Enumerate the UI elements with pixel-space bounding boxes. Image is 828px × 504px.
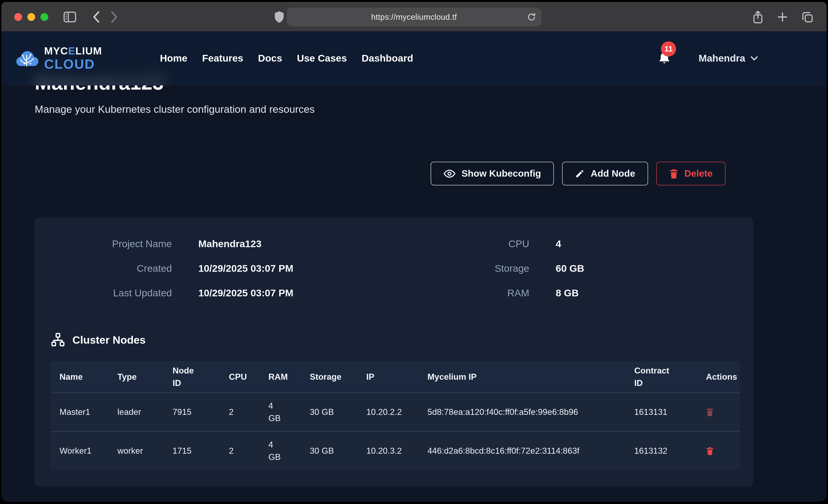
chevron-right-icon [111, 11, 118, 23]
cluster-info-grid: Project Name Mahendra123 CPU 4 Created 1… [51, 238, 737, 299]
col-storage: Storage [301, 361, 358, 393]
notifications-button[interactable]: 11 [658, 51, 671, 65]
cell-storage: 30 GB [301, 431, 358, 470]
user-name: Mahendra [699, 53, 745, 64]
chevron-down-icon [750, 56, 758, 61]
nav-docs[interactable]: Docs [258, 53, 282, 64]
add-node-button[interactable]: Add Node [562, 162, 648, 185]
cluster-actions: Show Kubeconfig Add Node [35, 162, 726, 185]
cell-cpu: 2 [220, 393, 260, 431]
ram-value: 8 GB [556, 287, 737, 299]
last-updated-label: Last Updated [51, 287, 172, 299]
cluster-nodes-title: Cluster Nodes [72, 334, 146, 346]
nav-dashboard[interactable]: Dashboard [362, 53, 413, 64]
created-value: 10/29/2025 03:07 PM [198, 263, 420, 274]
project-name-label: Project Name [51, 238, 172, 249]
cpu-value: 4 [556, 238, 737, 249]
last-updated-value: 10/29/2025 03:07 PM [198, 287, 420, 299]
browser-window: https://myceliumcloud.tf [1, 2, 827, 502]
created-label: Created [51, 263, 172, 274]
cell-storage: 30 GB [301, 393, 358, 431]
chrome-right-controls [752, 10, 813, 24]
col-type: Type [109, 361, 164, 393]
shield-icon [274, 10, 285, 24]
reload-icon [527, 12, 536, 22]
cell-actions [697, 431, 740, 470]
privacy-shield-button[interactable] [274, 10, 285, 24]
zoom-window-button[interactable] [40, 13, 48, 21]
sidebar-icon [64, 11, 76, 23]
tab-overview-button[interactable] [801, 11, 813, 23]
cell-cpu: 2 [220, 431, 260, 470]
cell-type: leader [109, 393, 164, 431]
chevron-left-icon [92, 11, 100, 23]
col-name: Name [51, 361, 109, 393]
cell-ram: 4 GB [260, 393, 301, 431]
storage-label: Storage [447, 263, 529, 274]
show-kubeconfig-label: Show Kubeconfig [461, 168, 541, 179]
mycelium-cloud-logo-icon [15, 46, 40, 71]
cell-ip: 10.20.3.2 [358, 431, 419, 470]
cell-mycelium-ip: 446:d2a6:8bcd:8c16:ff0f:72e2:3114:863f [419, 431, 626, 470]
cell-mycelium-ip: 5d8:78ea:a120:f40c:ff0f:a5fe:99e6:8b96 [419, 393, 626, 431]
site-logo[interactable]: MYCELIUM CLOUD [15, 46, 102, 71]
delete-cluster-button[interactable]: Delete [656, 162, 726, 185]
cell-name: Master1 [51, 393, 109, 431]
network-nodes-icon [51, 333, 65, 347]
nav-home[interactable]: Home [160, 53, 187, 64]
delete-label: Delete [685, 168, 713, 179]
reload-button[interactable] [527, 12, 536, 22]
col-mycelium-ip: Mycelium IP [419, 361, 626, 393]
storage-value: 60 GB [556, 263, 737, 274]
cell-node-id: 7915 [164, 393, 220, 431]
cell-type: worker [109, 431, 164, 470]
ram-label: RAM [447, 287, 529, 299]
col-node-id: Node ID [164, 361, 220, 393]
pencil-icon [575, 169, 585, 178]
close-window-button[interactable] [14, 13, 22, 21]
cell-contract-id: 1613131 [626, 393, 697, 431]
nav-use-cases[interactable]: Use Cases [297, 53, 347, 64]
site-viewport: Mahendra123 Manage your Kubernetes clust… [1, 31, 827, 502]
project-name-value: Mahendra123 [198, 238, 420, 249]
trash-icon [706, 408, 714, 417]
col-cpu: CPU [220, 361, 260, 393]
cluster-nodes-table: Name Type Node ID CPU RAM Storage IP Myc… [51, 361, 740, 470]
user-menu[interactable]: Mahendra [699, 53, 758, 64]
cell-ram: 4 GB [260, 431, 301, 470]
plus-icon [777, 11, 788, 23]
table-row: Master1 leader 7915 2 4 GB 30 GB 10.20.2… [51, 393, 740, 431]
minimize-window-button[interactable] [27, 13, 35, 21]
new-tab-button[interactable] [777, 11, 788, 23]
delete-node-button[interactable] [706, 447, 714, 455]
table-row: Worker1 worker 1715 2 4 GB 30 GB 10.20.3… [51, 431, 740, 470]
page-content: Mahendra123 Manage your Kubernetes clust… [1, 31, 827, 502]
address-bar[interactable]: https://myceliumcloud.tf [287, 8, 541, 27]
cpu-label: CPU [447, 238, 529, 249]
col-ip: IP [358, 361, 419, 393]
share-button[interactable] [752, 10, 764, 24]
show-kubeconfig-button[interactable]: Show Kubeconfig [431, 162, 554, 185]
header-right: 11 Mahendra [658, 51, 758, 65]
cell-ip: 10.20.2.2 [358, 393, 419, 431]
site-header: MYCELIUM CLOUD Home Features Docs Use Ca… [1, 31, 827, 85]
back-button[interactable] [92, 11, 100, 23]
cell-actions [697, 393, 740, 431]
cell-contract-id: 1613132 [626, 431, 697, 470]
delete-node-button[interactable] [706, 408, 714, 417]
sidebar-toggle-button[interactable] [64, 11, 76, 23]
share-icon [752, 10, 764, 24]
page-subtitle: Manage your Kubernetes cluster configura… [35, 103, 753, 115]
eye-icon [444, 169, 455, 178]
col-ram: RAM [260, 361, 301, 393]
col-actions: Actions [697, 361, 740, 393]
nav-features[interactable]: Features [202, 53, 243, 64]
trash-icon [706, 447, 714, 455]
url-text: https://myceliumcloud.tf [371, 12, 457, 22]
notification-count-badge: 11 [661, 41, 676, 56]
browser-chrome: https://myceliumcloud.tf [1, 2, 827, 31]
cluster-details-card: Project Name Mahendra123 CPU 4 Created 1… [35, 217, 753, 487]
forward-button[interactable] [111, 11, 118, 23]
add-node-label: Add Node [591, 168, 635, 179]
cell-node-id: 1715 [164, 431, 220, 470]
